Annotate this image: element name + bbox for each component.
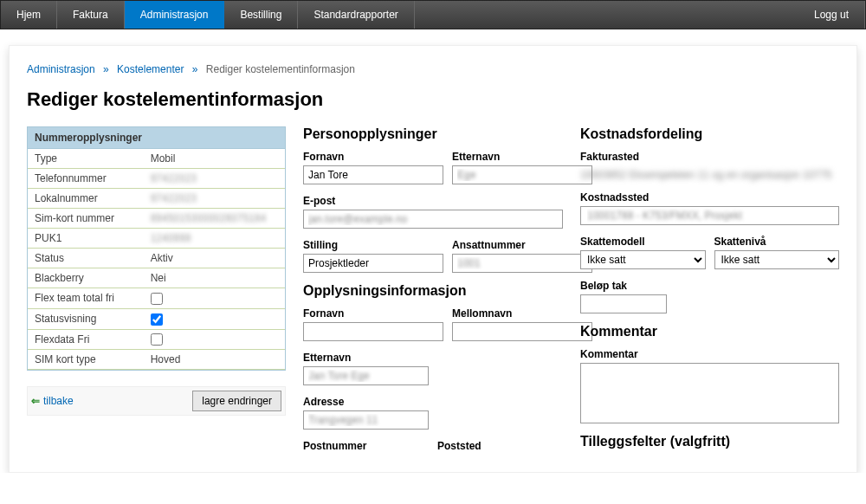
textarea-kommentar[interactable] [580,363,839,423]
breadcrumb-kostelementer[interactable]: Kostelementer [117,63,184,75]
nav-faktura[interactable]: Faktura [57,1,125,29]
panel-header: Nummeropplysninger [28,127,285,149]
label-adresse: Adresse [303,396,563,408]
label-info-etternavn: Etternavn [303,352,563,364]
breadcrumb-sep: » [103,63,109,75]
value-type: Mobil [144,149,285,169]
checkbox-statusvisning[interactable] [151,313,163,326]
nav-standardrapporter[interactable]: Standardrapporter [298,1,414,29]
input-stilling[interactable] [303,254,443,273]
label-kommentar: Kommentar [580,348,839,360]
nav-bestilling[interactable]: Bestilling [224,1,298,29]
input-adresse[interactable] [303,410,429,430]
top-nav: Hjem Faktura Administrasjon Bestilling S… [0,0,866,29]
checkbox-flexdata[interactable] [151,333,163,346]
label-stilling: Stilling [303,239,443,251]
label-epost: E-post [303,195,563,207]
tilbake-link[interactable]: ⇐ tilbake [31,395,74,407]
column-middle: Personopplysninger Fornavn Etternavn E-p… [303,126,563,455]
nav-spacer [415,1,798,29]
input-ansattnummer[interactable] [452,254,592,273]
breadcrumb-current: Rediger kostelementinformasjon [206,63,355,75]
input-fornavn[interactable] [303,165,443,184]
label-status: Status [28,249,144,268]
cell-flexteam-cb [144,288,285,309]
label-lokalnummer: Lokalnummer [28,189,144,209]
tilleggsfelter-heading: Tilleggsfelter (valgfritt) [580,434,839,449]
kostnadsfordeling-heading: Kostnadsfordeling [580,126,839,142]
tilbake-label: tilbake [43,395,74,407]
opplysningsinformasjon-heading: Opplysningsinformasjon [303,283,563,299]
label-simkorttype: SIM kort type [28,350,144,370]
label-info-fornavn: Fornavn [303,307,443,320]
breadcrumb-administrasjon[interactable]: Administrasjon [27,63,95,75]
label-belop-tak: Beløp tak [580,280,839,292]
input-epost[interactable] [303,210,563,229]
value-blackberry: Nei [144,268,285,288]
label-kostnadssted: Kostnadssted [580,191,839,204]
input-info-etternavn[interactable] [303,366,429,385]
value-puk1: 1240998 [144,229,285,249]
label-etternavn: Etternavn [452,151,592,163]
value-simkort: 89450153000026075184 [144,209,285,229]
label-poststed: Poststed [437,440,563,452]
label-skattemodell: Skattemodell [580,236,706,248]
personopplysninger-heading: Personopplysninger [303,126,563,142]
breadcrumb: Administrasjon » Kostelementer » Rediger… [27,63,839,75]
value-status: Aktiv [144,249,285,268]
page-title: Rediger kostelementinformasjon [27,88,839,111]
column-right: Kostnadsfordeling Fakturasted 10003852 E… [580,126,839,449]
checkbox-flexteam[interactable] [151,293,163,305]
value-telefonnummer: 97422023 [144,169,285,189]
fakturasted-text: 10003852 Eksempeleien 11 og en organisas… [580,169,839,181]
content: Administrasjon » Kostelementer » Rediger… [9,45,857,473]
nav-logg-ut[interactable]: Logg ut [798,1,865,29]
label-skatteniva: Skattenivå [714,236,840,248]
nummeropplysninger-panel: Nummeropplysninger TypeMobil Telefonnumm… [27,126,286,371]
label-info-mellomnavn: Mellomnavn [452,307,592,320]
label-simkort: Sim-kort nummer [28,209,144,229]
label-flexdata: Flexdata Fri [28,329,144,350]
select-skatteniva[interactable]: Ikke satt [714,250,840,269]
select-kostnadssted[interactable]: 10001788 - K753/FMXX, Prosjekt [580,206,839,225]
label-type: Type [28,149,144,169]
input-etternavn[interactable] [452,165,592,184]
label-statusvisning: Statusvisning [28,308,144,329]
kommentar-heading: Kommentar [580,324,839,339]
label-fornavn: Fornavn [303,151,443,163]
label-puk1: PUK1 [28,229,144,249]
label-blackberry: Blackberry [28,268,144,288]
nav-administrasjon[interactable]: Administrasjon [125,1,225,29]
label-ansattnummer: Ansattnummer [452,239,592,251]
breadcrumb-sep: » [192,63,198,75]
value-simkorttype: Hoved [144,350,285,370]
actions-bar: ⇐ tilbake lagre endringer [27,386,286,416]
nav-hjem[interactable]: Hjem [1,1,57,29]
cell-flexdata-cb [144,329,285,350]
cell-statusvisning-cb [144,308,285,329]
column-left: Nummeropplysninger TypeMobil Telefonnumm… [27,126,286,416]
label-postnummer: Postnummer [303,440,429,452]
input-info-fornavn[interactable] [303,322,443,341]
select-skattemodell[interactable]: Ikke satt [580,250,706,269]
value-lokalnummer: 97422023 [144,189,285,209]
input-info-mellomnavn[interactable] [452,322,592,341]
label-fakturasted: Fakturasted [580,151,839,163]
back-arrow-icon: ⇐ [31,395,40,407]
input-belop-tak[interactable] [580,294,667,313]
label-telefonnummer: Telefonnummer [28,169,144,189]
lagre-endringer-button[interactable]: lagre endringer [192,391,281,411]
label-flexteam: Flex team total fri [28,288,144,309]
